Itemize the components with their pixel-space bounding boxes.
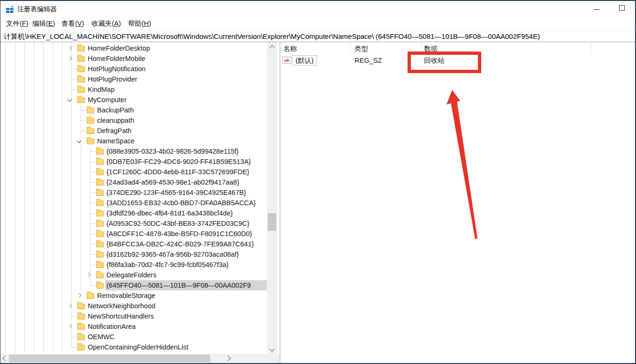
tree-item-label[interactable]: {3ADD1653-EB32-4cb0-BBD7-DFA0ABB5ACCA} bbox=[106, 198, 256, 208]
menu-item-H[interactable]: 帮助(H) bbox=[128, 19, 151, 28]
tree-item-label[interactable]: {0DB7E03F-FC29-4DC6-9020-FF41B59E513A} bbox=[106, 156, 251, 167]
tree-item[interactable]: {374DE290-123F-4565-9164-39C4925E467B} bbox=[0, 187, 267, 198]
tree-item[interactable]: OpenContainingFolderHiddenList bbox=[0, 342, 267, 352]
string-value-icon: ab bbox=[282, 57, 291, 64]
tree-horizontal-scrollbar[interactable] bbox=[0, 354, 280, 363]
tree-item[interactable]: MyComputer bbox=[0, 95, 267, 105]
chevron-expanded-icon[interactable] bbox=[77, 139, 82, 143]
chevron-collapsed-icon[interactable] bbox=[68, 46, 72, 51]
tree-item-label[interactable]: {B4BFCC3A-DB2C-424C-B029-7FE99A87C641} bbox=[106, 239, 254, 249]
tree-item[interactable]: HotPlugNotification bbox=[0, 64, 267, 74]
tree-item-label[interactable]: KindMap bbox=[88, 84, 114, 95]
tree-item[interactable]: HomeFolderDesktop bbox=[0, 43, 267, 53]
tree-item[interactable]: {B4BFCC3A-DB2C-424C-B029-7FE99A87C641} bbox=[0, 239, 267, 249]
tree-item-label[interactable]: {A8CDFF1C-4878-43be-B5FD-F8091C1C60D0} bbox=[106, 229, 252, 239]
scroll-up-icon[interactable] bbox=[269, 45, 274, 50]
column-separator[interactable] bbox=[350, 43, 350, 54]
tree-item-label[interactable]: HotPlugNotification bbox=[88, 64, 145, 74]
chevron-collapsed-icon[interactable] bbox=[77, 293, 82, 298]
folder-icon bbox=[96, 262, 104, 268]
tree-item-label[interactable]: {088e3905-0323-4b02-9826-5d99428e115f} bbox=[106, 146, 239, 156]
tree-item[interactable]: {3dfdf296-dbec-4fb4-81d1-6a3438bcf4de} bbox=[0, 208, 267, 218]
tree-item[interactable]: {1CF1260C-4DD0-4ebb-811F-33C572699FDE} bbox=[0, 167, 267, 177]
address-path[interactable]: 计算机\HKEY_LOCAL_MACHINE\SOFTWARE\Microsof… bbox=[4, 32, 540, 41]
tree-vertical-scrollbar[interactable] bbox=[267, 42, 277, 354]
tree-item-label[interactable]: HomeFolderMobile bbox=[88, 53, 145, 64]
tree-item[interactable]: HomeFolderMobile bbox=[0, 53, 267, 64]
tree-item-label[interactable]: DelegateFolders bbox=[106, 270, 156, 280]
tree-item-label[interactable]: {f86fa3ab-70d2-4fc7-9c99-fcbf05467f3a} bbox=[106, 260, 228, 270]
tree-item[interactable]: {A0953C92-50DC-43bf-BE83-3742FED03C9C} bbox=[0, 218, 267, 229]
tree-item[interactable]: HotPlugProvider bbox=[0, 74, 267, 84]
tree-item-label[interactable]: NameSpace bbox=[97, 136, 135, 146]
tree-item-label[interactable]: {A0953C92-50DC-43bf-BE83-3742FED03C9C} bbox=[106, 218, 250, 229]
chevron-expanded-icon[interactable] bbox=[68, 97, 72, 102]
chevron-collapsed-icon[interactable] bbox=[68, 56, 72, 61]
tree-item-label[interactable]: HomeFolderDesktop bbox=[88, 43, 150, 53]
scroll-left-icon[interactable] bbox=[2, 356, 8, 361]
chevron-collapsed-icon[interactable] bbox=[68, 304, 72, 308]
tree-item-label[interactable]: (645FFO40—5081—101B—9F08—00AA002F9 bbox=[106, 280, 251, 290]
tree-item[interactable]: {A8CDFF1C-4878-43be-B5FD-F8091C1C60D0} bbox=[0, 229, 267, 239]
tree-connector bbox=[71, 337, 77, 337]
tree-item-label[interactable]: NotificationArea bbox=[88, 321, 136, 332]
tree-item[interactable]: DefragPath bbox=[0, 126, 267, 136]
tree-item[interactable]: NotificationArea bbox=[0, 321, 267, 332]
tree-item-label[interactable]: HotPlugProvider bbox=[88, 74, 137, 84]
column-header-name[interactable]: 名称 bbox=[283, 45, 297, 53]
tree-item[interactable]: {088e3905-0323-4b02-9826-5d99428e115f} bbox=[0, 146, 267, 156]
horizontal-scrollbar-thumb[interactable] bbox=[9, 355, 210, 362]
tree-item-label[interactable]: OEMWC bbox=[88, 332, 114, 342]
tree-item[interactable]: KindMap bbox=[0, 84, 267, 95]
tree-item[interactable]: OEMWC bbox=[0, 332, 267, 342]
tree-item-label[interactable]: {374DE290-123F-4565-9164-39C4925E467B} bbox=[106, 187, 246, 198]
tree-item[interactable]: {24ad3ad4-a569-4530-98e1-ab02f9417aa8} bbox=[0, 177, 267, 187]
folder-icon bbox=[96, 170, 104, 175]
menu-item-E[interactable]: 编辑(E) bbox=[32, 19, 55, 28]
tree-item-label[interactable]: RemovableStorage bbox=[97, 290, 155, 301]
tree-item[interactable]: RemovableStorage bbox=[0, 290, 267, 301]
tree-item-label[interactable]: NetworkNeighborhood bbox=[88, 301, 155, 311]
tree-item-label[interactable]: BackupPath bbox=[97, 105, 134, 115]
tree-item[interactable]: (645FFO40—5081—101B—9F08—00AA002F9 bbox=[0, 280, 267, 290]
tree-item[interactable]: DelegateFolders bbox=[0, 270, 267, 280]
tree-item[interactable]: {3ADD1653-EB32-4cb0-BBD7-DFA0ABB5ACCA} bbox=[0, 198, 267, 208]
tree-item[interactable]: NewShortcutHandlers bbox=[0, 311, 267, 321]
menu-item-A[interactable]: 收藏夹(A) bbox=[91, 19, 121, 28]
tree-item-label[interactable]: {d3162b92-9365-467a-956b-92703aca08af} bbox=[106, 249, 239, 260]
annotation-highlight-box bbox=[408, 52, 481, 73]
tree-item[interactable]: NetworkNeighborhood bbox=[0, 301, 267, 311]
address-bar[interactable]: 计算机\HKEY_LOCAL_MACHINE\SOFTWARE\Microsof… bbox=[0, 30, 635, 42]
minimize-button[interactable] bbox=[586, 1, 608, 16]
column-separator[interactable] bbox=[591, 43, 591, 54]
value-name[interactable]: (默认) bbox=[292, 55, 317, 66]
tree-item[interactable]: cleanuppath bbox=[0, 115, 267, 126]
tree-item[interactable]: BackupPath bbox=[0, 105, 267, 115]
tree-item[interactable]: {d3162b92-9365-467a-956b-92703aca08af} bbox=[0, 249, 267, 260]
tree-item-label[interactable]: NewShortcutHandlers bbox=[88, 311, 154, 321]
chevron-collapsed-icon[interactable] bbox=[86, 273, 91, 277]
tree-item-label[interactable]: {3dfdf296-dbec-4fb4-81d1-6a3438bcf4de} bbox=[106, 208, 233, 218]
menu-item-V[interactable]: 查看(V) bbox=[61, 19, 84, 28]
tree-connector bbox=[90, 182, 96, 183]
scroll-down-icon[interactable] bbox=[269, 346, 274, 351]
tree-item[interactable]: NameSpace bbox=[0, 136, 267, 146]
tree-item-label[interactable]: cleanuppath bbox=[97, 115, 134, 126]
menu-item-F[interactable]: 文件(F) bbox=[6, 19, 29, 28]
window-title: 注册表编辑器 bbox=[17, 5, 57, 14]
tree-pane: HomeFolderDesktopHomeFolderMobileHotPlug… bbox=[0, 42, 280, 363]
tree-item-label[interactable]: OpenContainingFolderHiddenList bbox=[88, 342, 188, 352]
chevron-collapsed-icon[interactable] bbox=[68, 324, 72, 329]
tree-item[interactable]: {f86fa3ab-70d2-4fc7-9c99-fcbf05467f3a} bbox=[0, 260, 267, 270]
menu-bar: 文件(F)编辑(E)查看(V)收藏夹(A)帮助(H) bbox=[0, 18, 635, 30]
folder-icon bbox=[96, 273, 104, 278]
tree-item-label[interactable]: {24ad3ad4-a569-4530-98e1-ab02f9417aa8} bbox=[106, 177, 239, 187]
tree-item-label[interactable]: MyComputer bbox=[88, 95, 127, 105]
tree-item-label[interactable]: DefragPath bbox=[97, 126, 131, 136]
maximize-button[interactable] bbox=[612, 1, 633, 16]
scroll-right-icon[interactable] bbox=[225, 356, 230, 361]
tree-item[interactable]: {0DB7E03F-FC29-4DC6-9020-FF41B59E513A} bbox=[0, 156, 267, 167]
tree-item-label[interactable]: {1CF1260C-4DD0-4ebb-811F-33C572699FDE} bbox=[106, 167, 249, 177]
vertical-scrollbar-thumb[interactable] bbox=[268, 213, 276, 231]
column-header-type[interactable]: 类型 bbox=[355, 45, 368, 53]
